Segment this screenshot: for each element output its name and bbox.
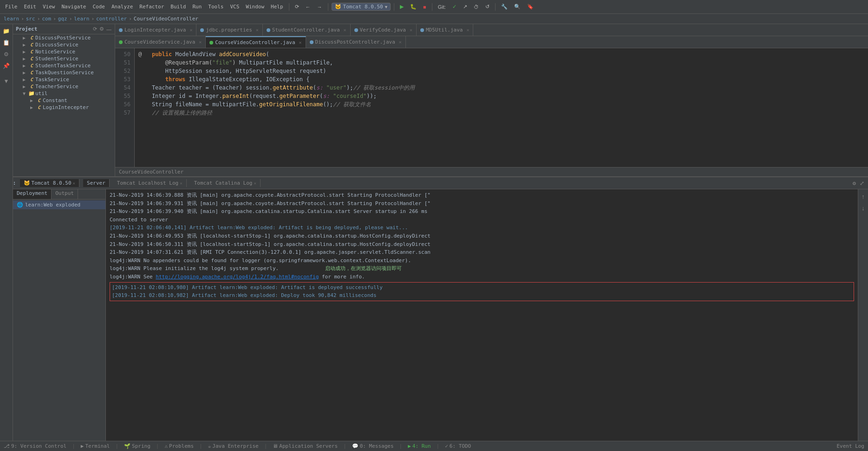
log-link[interactable]: http://logging.apache.org/log4j/1.2/faq.… [156, 274, 319, 280]
menu-run[interactable]: Run [190, 3, 204, 11]
tab-close-8[interactable]: ✕ [399, 39, 402, 45]
bc-class[interactable]: CourseVideoController [134, 16, 198, 22]
status-run[interactable]: ▶ 4: Run [408, 443, 431, 449]
menu-refactor[interactable]: Refactor [137, 3, 166, 11]
tab-verifycode[interactable]: VerifyCode.java ✕ [351, 24, 417, 36]
toolbar-fwd-btn[interactable]: → [315, 3, 325, 11]
tab-close-1[interactable]: ✕ [189, 27, 192, 32]
tab-close-5[interactable]: ✕ [466, 27, 469, 32]
run-tomcat-close[interactable]: ✕ [73, 181, 75, 186]
run-catalina-label: Tomcat Catalina Log [194, 180, 253, 186]
bc-com[interactable]: com [42, 16, 51, 22]
bc-learn2[interactable]: learn [74, 16, 89, 22]
toolbar-git-undo[interactable]: ↺ [483, 3, 492, 11]
tab-close-4[interactable]: ✕ [410, 27, 412, 32]
tab-close-6[interactable]: ✕ [199, 39, 202, 45]
menu-analyze[interactable]: Analyze [109, 3, 135, 11]
tab-close-2[interactable]: ✕ [256, 27, 259, 32]
deploy-item-learn[interactable]: 🌐 learn:Web exploded [13, 200, 105, 209]
code-content[interactable]: @ public ModelAndView addCourseVideo( @R… [135, 48, 868, 167]
status-app-servers[interactable]: 🖥 Application Servers [273, 443, 338, 449]
toolbar-run-btn[interactable]: ▶ [398, 3, 406, 11]
run-deployment-tab[interactable]: Deployment [13, 189, 52, 199]
sidebar-close-btn[interactable]: — [106, 26, 112, 32]
status-problems[interactable]: ⚠ Problems [164, 443, 194, 449]
bc-controller[interactable]: controller [96, 16, 127, 22]
sidebar-item-studentservice[interactable]: ▶ C StudentService [13, 55, 115, 62]
run-gear-btn[interactable]: ⚙ [853, 180, 856, 187]
run-tab-close-2[interactable]: ✕ [254, 181, 256, 186]
menu-build[interactable]: Build [168, 3, 188, 11]
toolbar-debug-btn[interactable]: 🐛 [408, 3, 419, 11]
tab-coursevideocontroller[interactable]: CourseVideoController.java ✕ [206, 36, 306, 48]
menu-navigate[interactable]: Navigate [59, 3, 89, 11]
tab-md5util[interactable]: MD5Util.java ✕ [417, 24, 474, 36]
run-tab-catalina-log[interactable]: Tomcat Catalina Log ✕ [190, 179, 261, 187]
sidebar-item-noticeservice[interactable]: ▶ C NoticeService [13, 48, 115, 55]
tree-arrow-4: ▶ [20, 56, 28, 61]
menu-help[interactable]: Help [268, 3, 286, 11]
toolbar-git-check[interactable]: ✓ [450, 3, 459, 11]
toolbar-bookmark-btn[interactable]: 🔖 [525, 3, 536, 11]
sidebar-gear-btn[interactable]: ⚙ [99, 26, 104, 32]
toolbar-git-time[interactable]: ⏱ [471, 3, 481, 11]
run-tab-localhost-log[interactable]: Tomcat Localhost Log ✕ [113, 179, 187, 187]
tab-close-7[interactable]: ✕ [299, 40, 302, 45]
run-tab-server[interactable]: Server [83, 179, 110, 187]
menu-view[interactable]: View [40, 3, 58, 11]
sidebar-item-discusspostservice[interactable]: ▶ C DiscussPostService [13, 34, 115, 41]
output-area[interactable]: 21-Nov-2019 14:06:39.888 资讯 [main] org.a… [106, 189, 858, 441]
run-expand-btn[interactable]: ⤢ [860, 180, 864, 187]
menu-file[interactable]: File [3, 3, 20, 11]
tab-coursevideoservice[interactable]: CourseVideoService.java ✕ [115, 36, 206, 48]
run-tab-close-1[interactable]: ✕ [180, 181, 182, 186]
menu-vcs[interactable]: VCS [228, 3, 241, 11]
toolbar-sync-btn[interactable]: ⟳ [293, 3, 301, 11]
sidebar-item-teacherservice[interactable]: ▶ C TeacherService [13, 83, 115, 90]
code-area[interactable]: 5051525354555657 @ public ModelAndView a… [115, 48, 868, 167]
status-java-enterprise[interactable]: ☕ Java Enterprise [208, 443, 259, 449]
bc-src[interactable]: src [26, 16, 35, 22]
menu-edit[interactable]: Edit [22, 3, 39, 11]
sidebar-item-studenttaskservice[interactable]: ▶ C StudentTaskService [13, 62, 115, 69]
status-spring[interactable]: 🌱 Spring [124, 443, 150, 449]
toolbar-stop-btn[interactable]: ■ [421, 3, 429, 11]
sidebar-item-taskquestionservice[interactable]: ▶ C TaskQuestionService [13, 69, 115, 76]
sidebar-item-constant[interactable]: ▶ C Constant [13, 97, 115, 104]
tab-loginintecepter[interactable]: LoginIntecepter.java ✕ [115, 24, 196, 36]
vtb-btn-3[interactable]: ⚙ [1, 49, 12, 59]
tab-studentcontroller[interactable]: StudentController.java ✕ [263, 24, 351, 36]
scroll-up-btn[interactable]: ↑ [858, 191, 868, 201]
vtb-btn-5[interactable]: ▼ [1, 76, 12, 86]
project-view-btn[interactable]: 📁 [1, 26, 12, 36]
bc-learn[interactable]: learn [4, 16, 19, 22]
bc-sep-5: › [91, 16, 94, 22]
toolbar-back-btn[interactable]: ← [303, 3, 313, 11]
vtb-btn-2[interactable]: 📋 [1, 38, 12, 48]
status-terminal[interactable]: ▶ Terminal [81, 443, 110, 449]
status-todo[interactable]: ✓ 6: TODO [445, 443, 471, 449]
status-event-log[interactable]: Event Log [836, 443, 864, 449]
sidebar-item-taskservice[interactable]: ▶ C TaskService [13, 76, 115, 83]
status-version-control[interactable]: ⎇ 9: Version Control [4, 443, 66, 449]
menu-tools[interactable]: Tools [206, 3, 226, 11]
menu-code[interactable]: Code [90, 3, 107, 11]
toolbar-search-btn[interactable]: 🔍 [512, 3, 523, 11]
vtb-btn-4[interactable]: 📌 [1, 61, 12, 71]
sidebar-item-util[interactable]: ▼ 📁 util [13, 90, 115, 97]
sidebar-item-discussservice[interactable]: ▶ C DiscussService [13, 41, 115, 48]
sidebar-sync-btn[interactable]: ⟳ [92, 26, 98, 32]
toolbar-git-arrow[interactable]: ↗ [461, 3, 470, 11]
tomcat-selector[interactable]: 🐱 Tomcat 8.0.50 ▼ [332, 3, 391, 11]
bc-gqz[interactable]: gqz [58, 16, 67, 22]
tab-jdbc[interactable]: jdbc.properties ✕ [196, 24, 262, 36]
tab-close-3[interactable]: ✕ [344, 27, 346, 32]
status-messages[interactable]: 💬 0: Messages [352, 443, 394, 449]
run-tab-tomcat[interactable]: 🐱 Tomcat 8.0.50 ✕ [20, 179, 80, 187]
tab-discusspostcontroller[interactable]: DiscussPostController.java ✕ [306, 36, 406, 48]
toolbar-wrench-btn[interactable]: 🔧 [499, 3, 510, 11]
sidebar-item-loginintecepter[interactable]: ▶ C LoginIntecepter [13, 104, 115, 111]
menu-window[interactable]: Window [243, 3, 267, 11]
run-output-tab[interactable]: Output [52, 189, 78, 199]
scroll-down-btn[interactable]: ↓ [858, 203, 868, 213]
